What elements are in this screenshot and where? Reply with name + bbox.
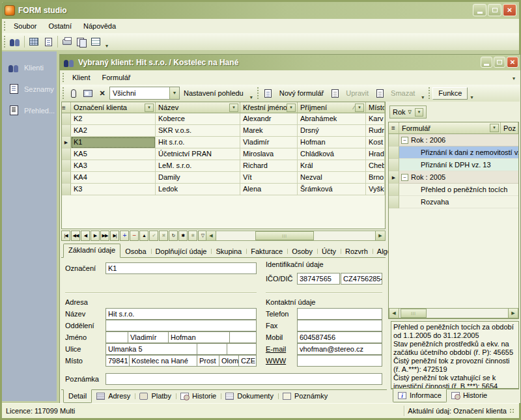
print-icon[interactable] [60,35,74,49]
navigator-button[interactable]: ↻ [169,231,178,241]
filter-dropdown-icon[interactable]: ▼ [229,104,238,112]
scroll-left-icon[interactable]: ◀ [389,309,399,318]
filter-dropdown-icon[interactable]: ▼ [145,104,154,112]
filter-dropdown-icon[interactable]: ▼ [355,104,364,112]
mobil-field[interactable]: 604587456 [297,331,382,343]
resize-grip[interactable] [509,408,515,414]
info-tab[interactable]: Historie [447,389,492,402]
menu-item[interactable]: Soubor [8,20,42,32]
client-menu-item[interactable]: Klient [66,72,96,83]
client-row[interactable]: KA2 SKR v.o.s. Marek Drsný Rudn [62,125,385,137]
kraj-field[interactable]: Olom [219,355,239,367]
column-header-form[interactable]: Formulář ▼ [399,122,501,134]
sidebar-item[interactable]: Klienti [2,57,57,78]
navigator-button[interactable]: ✔ [149,231,158,241]
detail-tab[interactable]: Osoby [287,245,317,257]
scroll-right-icon[interactable]: ▶ [375,231,385,240]
new-form-icon[interactable] [261,86,275,100]
person-icon[interactable] [66,86,81,100]
navigator-button[interactable]: ▶▶ [100,231,109,241]
navigator-button[interactable]: ◀ [81,231,90,241]
nazev-field[interactable]: Hit s.r.o. [106,308,257,320]
bottom-tab[interactable]: Poznámky [278,390,332,402]
toolbar-overflow-icon[interactable]: ▾ [247,94,255,102]
detail-tab[interactable]: Účty [317,245,341,257]
titul-field[interactable] [106,331,128,343]
remove-filter-icon[interactable]: ✕ [95,86,109,100]
client-maximize-button[interactable] [494,57,505,68]
view-settings-button[interactable]: Nastavení pohledu [180,87,247,99]
navigator-button[interactable]: ✱ [188,231,197,241]
row-selector[interactable] [389,196,399,208]
chevron-down-icon[interactable]: ▼ [169,87,179,99]
forms-icon[interactable] [41,35,55,49]
column-header-city[interactable]: Místo [366,102,385,113]
detail-tab[interactable]: Základní údaje [63,244,120,258]
sidebar-item[interactable]: Seznamy [2,78,57,100]
column-header-name[interactable]: Název ▼ [156,102,240,113]
client-row[interactable]: K3 Ledok Alena Šrámková Vyšk [62,184,385,195]
ico-field[interactable]: 38747565 [297,273,340,285]
new-form-button[interactable]: Nový formulář [275,87,328,99]
column-header-last-name[interactable]: Příjmení ∕ ▼ [298,102,366,113]
sidebar-item[interactable]: Přehled... [2,100,57,121]
email-label[interactable]: E-mail [266,345,286,353]
form-row[interactable]: Přiznání k DPH vz. 13 [389,159,518,171]
column-header-id[interactable]: Označení klienta ▼ [71,102,156,113]
client-row[interactable]: KA3 LeM. s.r.o. Richard Král Cheb [62,160,385,172]
group-by-year-button[interactable]: Rok ∇ ▼ [389,105,427,119]
row-selector[interactable] [389,184,399,196]
column-header-note[interactable]: Poz [501,122,518,134]
filter-dropdown-icon[interactable]: ▼ [287,104,296,112]
scroll-left-icon[interactable]: ◀ [206,231,216,240]
scroll-right-icon[interactable]: ▶ [508,309,518,318]
grid-icon[interactable] [89,35,103,49]
prijmeni-field[interactable]: Hofman [168,331,230,343]
client-row[interactable]: K2 Koberce Alexandr Abrahámek Karv [62,113,385,125]
collapse-icon[interactable]: − [401,137,408,144]
calculator-icon[interactable] [27,35,41,49]
view-filter-combo[interactable]: Všichni ▼ [109,87,180,100]
navigator-button[interactable]: ▶| [110,231,119,241]
form-row[interactable]: ▶ − Rok : 2005 [389,171,518,184]
row-selector[interactable] [62,172,71,184]
ulice-co-field[interactable] [227,343,257,355]
row-selector[interactable] [62,113,71,125]
clients-icon[interactable] [8,35,22,49]
navigator-button[interactable]: ◀◀ [71,231,80,241]
form-row[interactable]: Přiznání k dani z nemovitostí vz [389,147,518,159]
navigator-button[interactable]: ▲ [139,231,148,241]
chevron-down-icon[interactable]: ▼ [415,108,423,117]
menu-item[interactable]: Ostatní [42,20,77,32]
okres-field[interactable]: Prost [197,355,219,367]
client-menu-item[interactable]: Formulář [96,72,137,83]
row-selector[interactable] [62,160,71,172]
telefon-field[interactable] [297,308,382,320]
email-field[interactable]: vhofman@stereo.cz [297,343,382,355]
forms-horizontal-scrollbar[interactable]: ◀ ||| ▶ [389,308,518,318]
client-row[interactable]: ▶ K1 Hit s.r.o. Vladimír Hofman Kost [62,137,385,148]
navigator-button[interactable]: ✖ [159,231,168,241]
psc-field[interactable]: 79841 [106,355,130,367]
toolbar-overflow-icon[interactable]: ▾ [468,94,475,102]
close-button[interactable]: ✕ [503,4,516,16]
grid-horizontal-scrollbar[interactable]: ◀ ||| ▶ [206,231,386,241]
detail-tab[interactable]: Fakturace [246,245,287,257]
row-selector[interactable] [62,184,71,195]
ulice-cp-field[interactable] [197,343,227,355]
grid-properties-icon[interactable]: ≡ [62,102,71,113]
row-selector[interactable] [389,134,399,147]
form-row[interactable]: − Rok : 2006 [389,134,518,147]
detail-tab[interactable]: Doplňující údaje [151,245,212,257]
fax-field[interactable] [297,320,382,331]
client-row[interactable]: KA5 Účetnictví PRAN Miroslava Chládková … [62,148,385,160]
bottom-tab[interactable]: Historie [176,390,221,402]
client-menu-overflow-icon[interactable]: ▾ [510,76,518,83]
scrollbar-thumb[interactable]: ||| [401,309,427,318]
jmeno-field[interactable]: Vladimír [128,331,169,343]
dic-field[interactable]: CZ475628542 [341,273,382,285]
poznamka-field[interactable] [106,373,382,385]
scrollbar-thumb[interactable]: ||| [255,231,314,240]
minimize-button[interactable] [473,4,486,16]
functions-button[interactable]: Funkce [432,87,468,100]
